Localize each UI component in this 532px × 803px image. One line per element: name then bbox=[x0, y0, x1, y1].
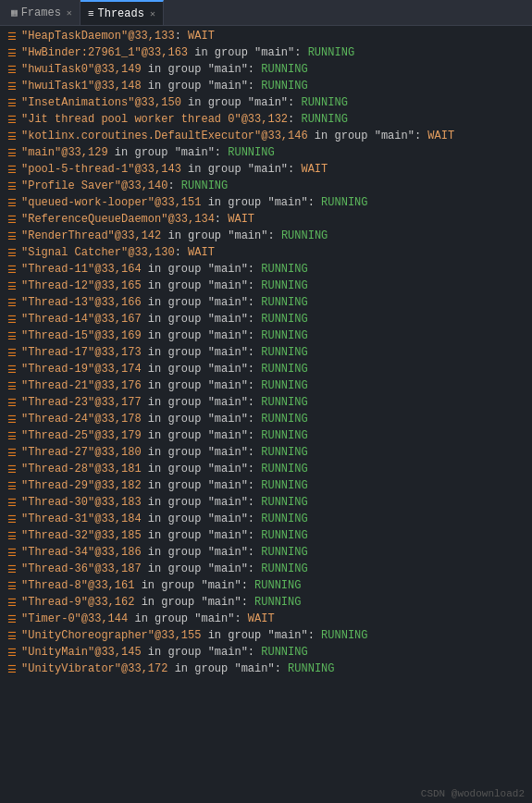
thread-item[interactable]: ☰"hwuiTask1"@33,148 in group "main": RUN… bbox=[0, 78, 532, 94]
thread-icon: ☰ bbox=[7, 547, 17, 559]
thread-text: "hwuiTask0"@33,149 in group "main": RUNN… bbox=[21, 63, 308, 76]
thread-item[interactable]: ☰"Thread-32"@33,185 in group "main": RUN… bbox=[0, 527, 532, 544]
thread-text: "Thread-29"@33,182 in group "main": RUNN… bbox=[21, 479, 308, 492]
thread-item[interactable]: ☰"Thread-25"@33,179 in group "main": RUN… bbox=[0, 427, 532, 444]
thread-item[interactable]: ☰"pool-5-thread-1"@33,143 in group "main… bbox=[0, 161, 532, 178]
thread-text: "Signal Catcher"@33,130: WAIT bbox=[21, 246, 215, 259]
thread-item[interactable]: ☰"UnityMain"@33,145 in group "main": RUN… bbox=[0, 644, 532, 661]
thread-icon: ☰ bbox=[7, 180, 17, 192]
thread-item[interactable]: ☰"Thread-28"@33,181 in group "main": RUN… bbox=[0, 461, 532, 477]
thread-icon: ☰ bbox=[7, 530, 17, 542]
thread-icon: ☰ bbox=[7, 380, 17, 392]
thread-text: "kotlinx.coroutines.DefaultExecutor"@33,… bbox=[21, 130, 454, 142]
thread-item[interactable]: ☰"RenderThread"@33,142 in group "main": … bbox=[0, 228, 532, 244]
thread-item[interactable]: ☰"Thread-8"@33,161 in group "main": RUNN… bbox=[0, 577, 532, 594]
thread-item[interactable]: ☰"HeapTaskDaemon"@33,133: WAIT bbox=[0, 28, 532, 44]
frames-icon: ▦ bbox=[11, 6, 18, 19]
thread-text: "pool-5-thread-1"@33,143 in group "main"… bbox=[21, 163, 328, 176]
thread-text: "Thread-32"@33,185 in group "main": RUNN… bbox=[21, 529, 308, 542]
frames-close[interactable]: ✕ bbox=[67, 7, 72, 19]
thread-text: "Thread-27"@33,180 in group "main": RUNN… bbox=[21, 446, 308, 459]
thread-item[interactable]: ☰"Thread-27"@33,180 in group "main": RUN… bbox=[0, 444, 532, 461]
thread-text: "Profile Saver"@33,140: RUNNING bbox=[21, 179, 228, 192]
thread-icon: ☰ bbox=[7, 164, 17, 176]
thread-item[interactable]: ☰"Thread-23"@33,177 in group "main": RUN… bbox=[0, 394, 532, 411]
thread-text: "InsetAnimations"@33,150 in group "main"… bbox=[21, 96, 348, 109]
thread-item[interactable]: ☰"InsetAnimations"@33,150 in group "main… bbox=[0, 94, 532, 111]
tab-frames[interactable]: ▦ Frames ✕ bbox=[4, 0, 80, 25]
thread-item[interactable]: ☰"Thread-11"@33,164 in group "main": RUN… bbox=[0, 261, 532, 278]
thread-text: "Thread-8"@33,161 in group "main": RUNNI… bbox=[21, 579, 301, 592]
thread-icon: ☰ bbox=[7, 230, 17, 242]
thread-icon: ☰ bbox=[7, 430, 17, 442]
thread-item[interactable]: ☰"Thread-13"@33,166 in group "main": RUN… bbox=[0, 294, 532, 311]
thread-icon: ☰ bbox=[7, 147, 17, 159]
watermark: CSDN @wodownload2 bbox=[421, 788, 525, 799]
thread-item[interactable]: ☰"Thread-21"@33,176 in group "main": RUN… bbox=[0, 377, 532, 394]
frames-label: Frames bbox=[21, 6, 61, 19]
thread-item[interactable]: ☰"Thread-9"@33,162 in group "main": RUNN… bbox=[0, 594, 532, 611]
thread-item[interactable]: ☰"Timer-0"@33,144 in group "main": WAIT bbox=[0, 611, 532, 627]
thread-item[interactable]: ☰"Thread-19"@33,174 in group "main": RUN… bbox=[0, 361, 532, 377]
thread-icon: ☰ bbox=[7, 580, 17, 592]
thread-text: "Thread-19"@33,174 in group "main": RUNN… bbox=[21, 363, 308, 376]
thread-text: "UnityVibrator"@33,172 in group "main": … bbox=[21, 662, 335, 675]
thread-text: "Thread-31"@33,184 in group "main": RUNN… bbox=[21, 513, 308, 525]
thread-icon: ☰ bbox=[7, 297, 17, 309]
thread-icon: ☰ bbox=[7, 330, 17, 342]
thread-icon: ☰ bbox=[7, 264, 17, 276]
thread-item[interactable]: ☰"Profile Saver"@33,140: RUNNING bbox=[0, 178, 532, 194]
thread-item[interactable]: ☰"Thread-24"@33,178 in group "main": RUN… bbox=[0, 411, 532, 427]
thread-text: "main"@33,129 in group "main": RUNNING bbox=[21, 146, 275, 159]
thread-list: ☰"HeapTaskDaemon"@33,133: WAIT☰"HwBinder… bbox=[0, 26, 532, 679]
thread-item[interactable]: ☰"hwuiTask0"@33,149 in group "main": RUN… bbox=[0, 61, 532, 78]
thread-icon: ☰ bbox=[7, 497, 17, 509]
thread-text: "Timer-0"@33,144 in group "main": WAIT bbox=[21, 612, 275, 625]
thread-icon: ☰ bbox=[7, 80, 17, 93]
thread-item[interactable]: ☰"Thread-15"@33,169 in group "main": RUN… bbox=[0, 327, 532, 344]
thread-item[interactable]: ☰"Thread-30"@33,183 in group "main": RUN… bbox=[0, 494, 532, 511]
thread-item[interactable]: ☰"UnityVibrator"@33,172 in group "main":… bbox=[0, 661, 532, 677]
thread-text: "HwBinder:27961_1"@33,163 in group "main… bbox=[21, 46, 354, 59]
thread-item[interactable]: ☰"Thread-12"@33,165 in group "main": RUN… bbox=[0, 278, 532, 294]
thread-item[interactable]: ☰"UnityChoreographer"@33,155 in group "m… bbox=[0, 627, 532, 644]
thread-text: "Thread-28"@33,181 in group "main": RUNN… bbox=[21, 463, 308, 476]
thread-text: "UnityMain"@33,145 in group "main": RUNN… bbox=[21, 646, 308, 659]
thread-icon: ☰ bbox=[7, 463, 17, 476]
thread-text: "queued-work-looper"@33,151 in group "ma… bbox=[21, 196, 368, 209]
thread-item[interactable]: ☰"ReferenceQueueDaemon"@33,134: WAIT bbox=[0, 211, 532, 228]
thread-text: "Thread-17"@33,173 in group "main": RUNN… bbox=[21, 346, 308, 359]
thread-item[interactable]: ☰"Signal Catcher"@33,130: WAIT bbox=[0, 244, 532, 261]
threads-close[interactable]: ✕ bbox=[150, 8, 155, 19]
thread-text: "Thread-12"@33,165 in group "main": RUNN… bbox=[21, 279, 308, 292]
tab-bar: ▦ Frames ✕ ≡ Threads ✕ bbox=[0, 0, 532, 26]
tab-threads[interactable]: ≡ Threads ✕ bbox=[80, 0, 164, 25]
thread-item[interactable]: ☰"Thread-17"@33,173 in group "main": RUN… bbox=[0, 344, 532, 361]
thread-icon: ☰ bbox=[7, 663, 17, 675]
thread-text: "Thread-9"@33,162 in group "main": RUNNI… bbox=[21, 596, 301, 609]
thread-icon: ☰ bbox=[7, 480, 17, 492]
thread-item[interactable]: ☰"main"@33,129 in group "main": RUNNING bbox=[0, 144, 532, 161]
thread-icon: ☰ bbox=[7, 247, 17, 259]
thread-item[interactable]: ☰"Thread-14"@33,167 in group "main": RUN… bbox=[0, 311, 532, 327]
thread-item[interactable]: ☰"Thread-36"@33,187 in group "main": RUN… bbox=[0, 561, 532, 577]
thread-item[interactable]: ☰"Thread-31"@33,184 in group "main": RUN… bbox=[0, 511, 532, 527]
thread-text: "Thread-21"@33,176 in group "main": RUNN… bbox=[21, 379, 308, 392]
thread-text: "Jit thread pool worker thread 0"@33,132… bbox=[21, 113, 348, 126]
thread-item[interactable]: ☰"Jit thread pool worker thread 0"@33,13… bbox=[0, 111, 532, 128]
thread-item[interactable]: ☰"HwBinder:27961_1"@33,163 in group "mai… bbox=[0, 44, 532, 61]
thread-item[interactable]: ☰"Thread-34"@33,186 in group "main": RUN… bbox=[0, 544, 532, 561]
thread-icon: ☰ bbox=[7, 130, 17, 142]
thread-item[interactable]: ☰"queued-work-looper"@33,151 in group "m… bbox=[0, 194, 532, 211]
thread-icon: ☰ bbox=[7, 197, 17, 209]
thread-text: "Thread-36"@33,187 in group "main": RUNN… bbox=[21, 562, 308, 575]
thread-icon: ☰ bbox=[7, 280, 17, 292]
thread-icon: ☰ bbox=[7, 563, 17, 575]
thread-text: "Thread-24"@33,178 in group "main": RUNN… bbox=[21, 413, 308, 426]
thread-text: "HeapTaskDaemon"@33,133: WAIT bbox=[21, 30, 215, 43]
thread-icon: ☰ bbox=[7, 397, 17, 409]
thread-item[interactable]: ☰"kotlinx.coroutines.DefaultExecutor"@33… bbox=[0, 128, 532, 144]
thread-icon: ☰ bbox=[7, 447, 17, 459]
thread-text: "Thread-13"@33,166 in group "main": RUNN… bbox=[21, 296, 308, 309]
thread-item[interactable]: ☰"Thread-29"@33,182 in group "main": RUN… bbox=[0, 477, 532, 494]
